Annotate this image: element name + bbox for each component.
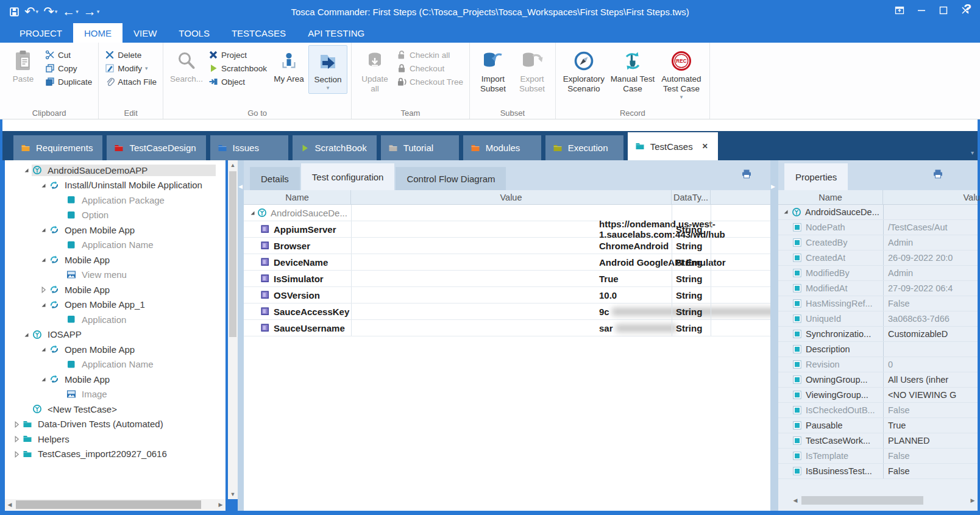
properties-root-row[interactable]: AndroidSauceDe... bbox=[778, 205, 978, 220]
tree-vscroll-thumb[interactable] bbox=[229, 171, 236, 337]
checkout-tree-button[interactable]: Checkout Tree bbox=[394, 76, 466, 88]
copy-button[interactable]: Copy bbox=[43, 62, 94, 74]
cut-button[interactable]: Cut bbox=[43, 49, 94, 61]
collapse-icon[interactable] bbox=[38, 375, 49, 383]
property-row-synchronizatio[interactable]: Synchronizatio...CustomizableD bbox=[778, 327, 978, 342]
tab-properties[interactable]: Properties bbox=[784, 163, 848, 190]
tab-control-flow-diagram[interactable]: Control Flow Diagram bbox=[396, 167, 506, 190]
property-row-ischeckedoutb[interactable]: IsCheckedOutB...False bbox=[778, 403, 978, 418]
collapse-icon[interactable] bbox=[38, 255, 49, 264]
property-row-revision[interactable]: Revision0 bbox=[778, 357, 978, 372]
property-row-hasmissingref[interactable]: HasMissingRef...False bbox=[778, 296, 978, 311]
tree-item-iosapp[interactable]: IOSAPP bbox=[5, 327, 216, 343]
tree-horizontal-scrollbar[interactable]: ◀ ▶ bbox=[5, 499, 225, 510]
property-row-pausable[interactable]: PausableTrue bbox=[778, 418, 978, 433]
tree-item-mobile-app[interactable]: Mobile App bbox=[5, 372, 216, 387]
paste-button[interactable]: Paste bbox=[4, 45, 43, 87]
project-button[interactable]: Project bbox=[206, 49, 269, 61]
scratchbook-button[interactable]: Scratchbook bbox=[206, 62, 269, 74]
tabstrip-overflow-caret-icon[interactable]: ▾ bbox=[971, 149, 974, 156]
print-button[interactable] bbox=[741, 168, 752, 181]
menu-tab-tools[interactable]: TOOLS bbox=[168, 23, 221, 43]
forward-button[interactable]: →▾ bbox=[82, 4, 102, 19]
scroll-left-icon[interactable]: ◀ bbox=[790, 495, 800, 506]
workspace-tab-testcasedesign[interactable]: TestCaseDesign bbox=[107, 135, 205, 160]
manual-test-case-button[interactable]: Manual Test Case bbox=[608, 45, 657, 96]
help-button[interactable]: ? bbox=[964, 1, 971, 16]
tree-item-testcases-import220927-0616[interactable]: TestCases_import220927_0616 bbox=[5, 447, 216, 462]
collapse-icon[interactable] bbox=[782, 207, 792, 217]
tree-item-open-mobile-app-1[interactable]: Open Mobile App_1 bbox=[5, 297, 216, 313]
tree-item-mobile-app[interactable]: Mobile App bbox=[5, 282, 216, 297]
tree-item-install-uninstall-mobile-application[interactable]: Install/Uninstall Mobile Application bbox=[5, 178, 216, 193]
workspace-tab-tutorial[interactable]: Tutorial bbox=[381, 135, 459, 160]
scroll-right-icon[interactable]: ▶ bbox=[216, 499, 225, 510]
modify-button[interactable]: Modify▾ bbox=[102, 62, 159, 74]
tree-item-option[interactable]: Option bbox=[5, 208, 216, 223]
object-button[interactable]: Object bbox=[206, 76, 269, 88]
property-row-viewinggroup[interactable]: ViewingGroup...<NO VIEWING G bbox=[778, 388, 978, 403]
config-row-osversion[interactable]: OSVersion10.0String bbox=[244, 287, 770, 304]
workspace-tab-scratchbook[interactable]: ScratchBook bbox=[293, 135, 377, 160]
tree-item-application-name[interactable]: Application Name bbox=[5, 357, 216, 372]
property-row-owninggroup[interactable]: OwningGroup...All Users (inher bbox=[778, 372, 978, 388]
tree-item-image[interactable]: Image bbox=[5, 387, 216, 402]
config-row-issimulator[interactable]: IsSimulatorTrueString bbox=[244, 271, 770, 287]
attach-file-button[interactable]: Attach File bbox=[102, 76, 159, 88]
right-splitter[interactable]: ▶ bbox=[770, 160, 778, 511]
scroll-left-icon[interactable]: ◀ bbox=[5, 499, 15, 510]
tree-item-new-testcase[interactable]: <New TestCase> bbox=[5, 402, 216, 417]
scroll-up-icon[interactable]: ▲ bbox=[228, 160, 238, 170]
update-all-button[interactable]: Update all bbox=[355, 45, 394, 96]
left-splitter[interactable]: ◀ bbox=[238, 160, 244, 511]
section-button[interactable]: Section▾ bbox=[308, 45, 347, 94]
tree-hscroll-thumb[interactable] bbox=[16, 500, 201, 509]
exploratory-scenario-button[interactable]: Exploratory Scenario bbox=[559, 45, 608, 96]
expand-icon[interactable] bbox=[11, 450, 22, 458]
tree-item-mobile-app[interactable]: Mobile App bbox=[5, 252, 216, 268]
duplicate-button[interactable]: Duplicate bbox=[43, 76, 94, 88]
expand-icon[interactable] bbox=[11, 420, 22, 428]
expand-icon[interactable] bbox=[11, 435, 22, 443]
config-row-browser[interactable]: BrowserChromeAndroidString bbox=[244, 238, 770, 254]
tree-item-application[interactable]: Application bbox=[5, 312, 216, 327]
expand-icon[interactable] bbox=[38, 285, 49, 294]
properties-hscroll-thumb[interactable] bbox=[801, 496, 923, 505]
save-button[interactable] bbox=[7, 5, 21, 18]
collapse-left-icon[interactable]: ◀ bbox=[238, 183, 243, 190]
tree-vertical-scrollbar[interactable]: ▲ ▼ bbox=[228, 160, 238, 499]
column-header-value[interactable]: Value bbox=[883, 190, 980, 205]
collapse-icon[interactable] bbox=[38, 181, 49, 190]
tree-item-data-driven-tests-automated[interactable]: Data-Driven Tests (Automated) bbox=[5, 417, 216, 432]
property-row-modifiedby[interactable]: ModifiedByAdmin bbox=[778, 266, 978, 281]
properties-horizontal-scrollbar[interactable]: ◀ ▶ bbox=[790, 495, 978, 506]
redo-button[interactable]: ↷▾ bbox=[41, 4, 59, 19]
menu-tab-home[interactable]: HOME bbox=[73, 23, 122, 43]
print-button[interactable] bbox=[932, 168, 943, 181]
delete-button[interactable]: Delete bbox=[102, 49, 159, 61]
collapse-icon[interactable] bbox=[21, 330, 32, 339]
workspace-tab-modules[interactable]: Modules bbox=[463, 135, 541, 160]
collapse-icon[interactable] bbox=[21, 166, 32, 174]
property-row-uniqueid[interactable]: UniqueId3a068c63-7d66 bbox=[778, 311, 978, 327]
tree-item-application-name[interactable]: Application Name bbox=[5, 238, 216, 253]
tab-test-configuration[interactable]: Test configuration bbox=[301, 163, 395, 190]
menu-tab-testcases[interactable]: TESTCASES bbox=[221, 23, 297, 43]
back-button[interactable]: ←▾ bbox=[60, 4, 80, 19]
collapse-icon[interactable] bbox=[38, 300, 49, 309]
tree-item-helpers[interactable]: Helpers bbox=[5, 432, 216, 447]
workspace-tab-execution[interactable]: Execution bbox=[545, 135, 623, 160]
column-header-datatype[interactable]: DataTy... bbox=[672, 190, 711, 205]
collapse-icon[interactable] bbox=[249, 208, 256, 218]
column-header-value[interactable]: Value bbox=[351, 190, 672, 205]
workspace-tab-testcases[interactable]: TestCases✕ bbox=[628, 132, 718, 160]
property-row-description[interactable]: Description bbox=[778, 342, 978, 357]
my-area-button[interactable]: My Area bbox=[269, 45, 308, 87]
tab-details[interactable]: Details bbox=[250, 167, 300, 190]
undo-button[interactable]: ↶▾ bbox=[23, 4, 40, 19]
tree-item-open-mobile-app[interactable]: Open Mobile App bbox=[5, 342, 216, 357]
ribbon-display-options-button[interactable] bbox=[889, 2, 911, 18]
property-row-testcasework[interactable]: TestCaseWork...PLANNED bbox=[778, 433, 978, 449]
checkout-button[interactable]: Checkout bbox=[394, 62, 466, 74]
collapse-icon[interactable] bbox=[38, 345, 49, 353]
